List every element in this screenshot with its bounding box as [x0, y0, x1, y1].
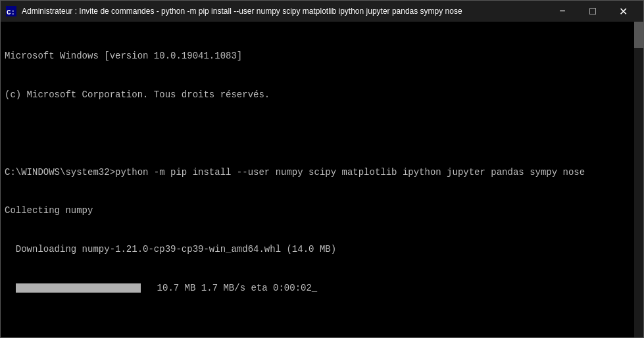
progress-bar: [16, 283, 141, 293]
close-button[interactable]: ✕: [608, 1, 638, 22]
progress-text: 10.7 MB 1.7 MB/s eta 0:00:02: [146, 283, 312, 293]
console-line-5: Collecting numpy: [5, 205, 639, 218]
progress-line: 10.7 MB 1.7 MB/s eta 0:00:02_: [5, 282, 639, 295]
maximize-button[interactable]: □: [578, 1, 608, 22]
title-bar: C: Administrateur : Invite de commandes …: [1, 1, 643, 22]
svg-text:C:: C:: [7, 9, 15, 16]
cmd-icon: C:: [6, 6, 16, 16]
console-line-4: C:\WINDOWS\system32>python -m pip instal…: [5, 166, 639, 180]
window-controls: − □ ✕: [547, 1, 638, 22]
window-title: Administrateur : Invite de commandes - p…: [22, 7, 547, 16]
cmd-window: C: Administrateur : Invite de commandes …: [0, 0, 644, 338]
console-line-6: Downloading numpy-1.21.0-cp39-cp39-win_a…: [5, 243, 639, 256]
console-output: Microsoft Windows [version 10.0.19041.10…: [5, 24, 639, 321]
scrollbar-thumb[interactable]: [634, 22, 643, 48]
console-line-1: Microsoft Windows [version 10.0.19041.10…: [5, 50, 639, 63]
console-line-2: (c) Microsoft Corporation. Tous droits r…: [5, 89, 639, 102]
minimize-button[interactable]: −: [547, 1, 578, 22]
console-line-3: [5, 128, 639, 141]
console-area[interactable]: Microsoft Windows [version 10.0.19041.10…: [1, 22, 643, 337]
cursor: _: [312, 283, 317, 293]
scrollbar[interactable]: [634, 22, 643, 337]
